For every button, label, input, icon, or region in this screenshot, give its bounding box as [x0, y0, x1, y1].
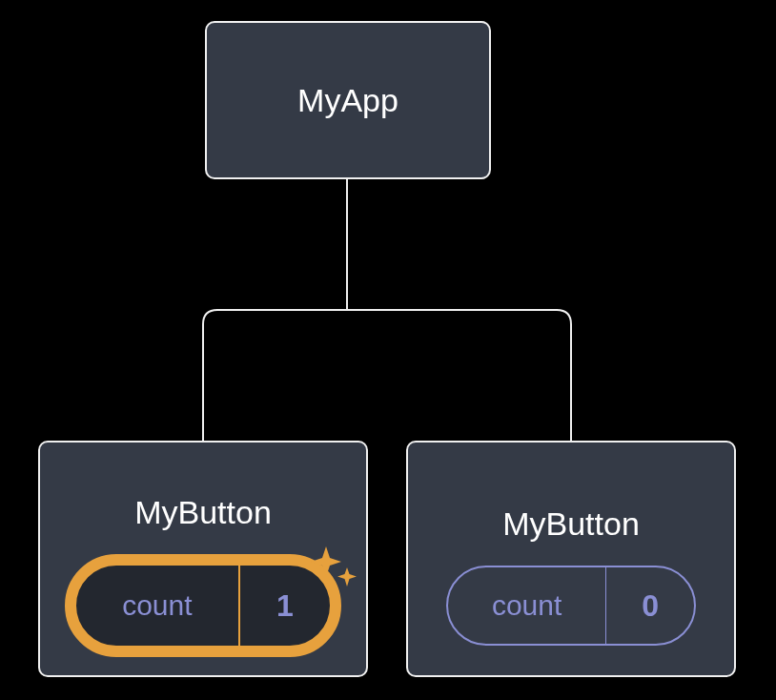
child-node-right: MyButton count 0 — [406, 441, 736, 677]
count-value: 0 — [606, 567, 694, 644]
count-label: count — [76, 566, 238, 646]
count-pill-active: count 1 — [65, 554, 341, 657]
child-node-left: MyButton count 1 — [38, 441, 368, 677]
sparkle-icon — [305, 541, 358, 594]
child-node-left-label: MyButton — [134, 494, 272, 531]
root-node-label: MyApp — [297, 82, 398, 119]
count-label: count — [448, 567, 605, 644]
root-node-myapp: MyApp — [205, 21, 491, 179]
child-node-right-label: MyButton — [502, 505, 640, 543]
count-pill-inactive: count 0 — [446, 566, 696, 646]
